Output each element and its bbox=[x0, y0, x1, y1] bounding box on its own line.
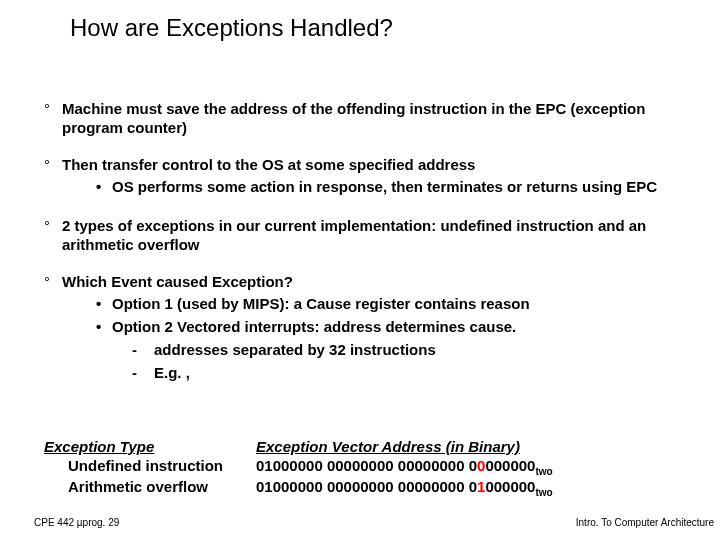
binary-sub: two bbox=[535, 487, 552, 498]
binary-post: 000000 bbox=[485, 478, 535, 495]
table-header-type: Exception Type bbox=[44, 438, 256, 457]
table-row: Undefined instruction01000000 00000000 0… bbox=[44, 457, 553, 479]
table-header-addr: Exception Vector Address (in Binary) bbox=[256, 438, 520, 457]
sub-bullet-marker: • bbox=[96, 178, 112, 197]
dash-marker: - bbox=[132, 364, 154, 383]
slide-title: How are Exceptions Handled? bbox=[70, 14, 393, 42]
exception-addr: 01000000 00000000 00000000 00000000two bbox=[256, 457, 553, 479]
binary-pre: 01000000 00000000 00000000 0 bbox=[256, 478, 477, 495]
bullet-4: ° Which Event caused Exception? • Option… bbox=[44, 273, 684, 383]
bullet-text: 2 types of exceptions in our current imp… bbox=[62, 217, 684, 255]
bullet-marker: ° bbox=[44, 156, 62, 200]
binary-pre: 01000000 00000000 00000000 0 bbox=[256, 457, 477, 474]
bullet-text-line: Then transfer control to the OS at some … bbox=[62, 156, 475, 173]
bullet-text: Machine must save the address of the off… bbox=[62, 100, 684, 138]
sub-bullet-text: Option 2 Vectored interrupts: address de… bbox=[112, 318, 684, 337]
sub-bullet-marker: • bbox=[96, 295, 112, 314]
bullet-marker: ° bbox=[44, 217, 62, 255]
sub-bullet-1: • Option 1 (used by MIPS): a Cause regis… bbox=[96, 295, 684, 314]
bullet-3: ° 2 types of exceptions in our current i… bbox=[44, 217, 684, 255]
exception-name: Undefined instruction bbox=[44, 457, 256, 476]
bullet-text: Which Event caused Exception? • Option 1… bbox=[62, 273, 684, 383]
sub-bullet: • OS performs some action in response, t… bbox=[96, 178, 684, 197]
table-row: Arithmetic overflow01000000 00000000 000… bbox=[44, 478, 553, 500]
sub-sub-bullet-1: - addresses separated by 32 instructions bbox=[132, 341, 684, 360]
bullet-1: ° Machine must save the address of the o… bbox=[44, 100, 684, 138]
exception-addr: 01000000 00000000 00000000 01000000two bbox=[256, 478, 553, 500]
sub-sub-text: E.g. , bbox=[154, 364, 190, 383]
sub-bullet-text: Option 1 (used by MIPS): a Cause registe… bbox=[112, 295, 684, 314]
binary-post: 000000 bbox=[485, 457, 535, 474]
exception-name: Arithmetic overflow bbox=[44, 478, 256, 497]
bullet-2: ° Then transfer control to the OS at som… bbox=[44, 156, 684, 200]
exception-table: Exception TypeException Vector Address (… bbox=[44, 438, 553, 500]
footer-right: Intro. To Computer Architecture bbox=[576, 517, 714, 528]
sub-sub-bullet-2: - E.g. , bbox=[132, 364, 684, 383]
binary-sub: two bbox=[535, 466, 552, 477]
sub-bullet-2: • Option 2 Vectored interrupts: address … bbox=[96, 318, 684, 337]
sub-bullet-text: OS performs some action in response, the… bbox=[112, 178, 684, 197]
bullet-marker: ° bbox=[44, 100, 62, 138]
footer-left: CPE 442 µprog. 29 bbox=[34, 517, 119, 528]
dash-marker: - bbox=[132, 341, 154, 360]
slide: How are Exceptions Handled? ° Machine mu… bbox=[0, 0, 720, 540]
sub-bullet-marker: • bbox=[96, 318, 112, 337]
slide-body: ° Machine must save the address of the o… bbox=[44, 100, 684, 382]
bullet-text: Then transfer control to the OS at some … bbox=[62, 156, 684, 200]
sub-sub-text: addresses separated by 32 instructions bbox=[154, 341, 436, 360]
bullet-marker: ° bbox=[44, 273, 62, 383]
bullet-text-line: Which Event caused Exception? bbox=[62, 273, 293, 290]
table-header-row: Exception TypeException Vector Address (… bbox=[44, 438, 553, 457]
